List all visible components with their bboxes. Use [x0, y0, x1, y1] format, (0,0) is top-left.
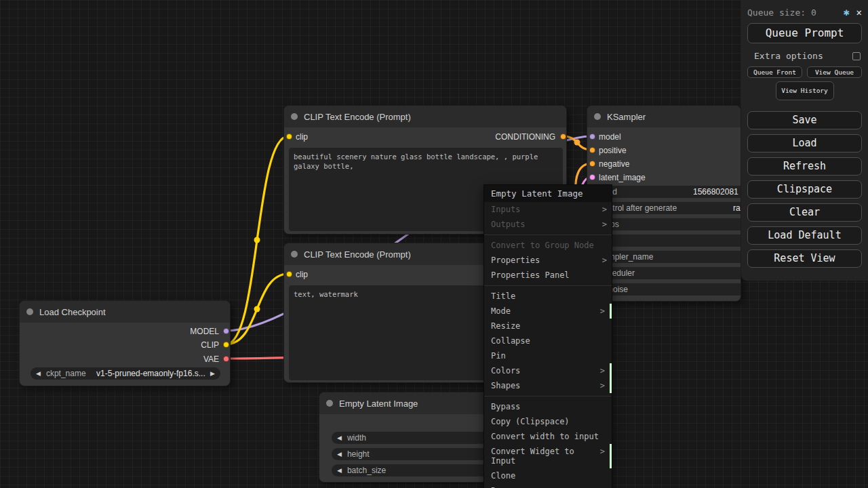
menu-item-properties[interactable]: Properties>	[484, 253, 612, 268]
submenu-arrow-icon: >	[602, 256, 607, 265]
menu-item-title[interactable]: Title	[484, 289, 612, 304]
output-slot-clip[interactable]	[223, 342, 229, 348]
prev-value-icon[interactable]: ◀	[337, 451, 342, 458]
menu-item-resize[interactable]: Resize	[484, 319, 612, 333]
node-header[interactable]: CLIP Text Encode (Prompt)	[284, 106, 566, 127]
submenu-arrow-icon: >	[602, 220, 607, 229]
menu-item-remove[interactable]: Remove	[484, 483, 612, 488]
widget-value: randomize	[733, 202, 741, 214]
output-label-model: MODEL	[190, 327, 219, 336]
load-default-button[interactable]: Load Default	[747, 226, 862, 245]
menu-item-shapes[interactable]: Shapes>	[484, 378, 612, 393]
queue-prompt-button[interactable]: Queue Prompt	[747, 23, 862, 43]
menu-item-collapse[interactable]: Collapse	[484, 333, 612, 348]
view-history-button[interactable]: View History	[776, 81, 834, 100]
collapse-dot-icon[interactable]	[326, 400, 333, 407]
widget-value: v1-5-pruned-emaonly-fp16.s...	[92, 369, 210, 378]
output-slot-model[interactable]	[223, 328, 229, 334]
node-load-checkpoint[interactable]: Load Checkpoint MODEL CLIP VAE ◀ ckpt_na…	[19, 300, 231, 386]
menu-item-pin[interactable]: Pin	[484, 348, 612, 363]
clipspace-button[interactable]: Clipspace	[747, 180, 862, 199]
node-title: Load Checkpoint	[39, 307, 106, 317]
output-slot-vae[interactable]	[223, 356, 229, 362]
denoise-widget[interactable]: denoise	[593, 283, 741, 296]
node-header[interactable]: KSampler	[587, 106, 741, 127]
wire-midpoint-dot	[574, 140, 580, 146]
input-label-clip: clip	[296, 132, 308, 142]
submenu-arrow-icon: >	[600, 306, 605, 316]
collapse-dot-icon[interactable]	[594, 113, 601, 120]
settings-gear-icon[interactable]: ✱	[844, 6, 850, 18]
menu-item-convert-to-group-node[interactable]: Convert to Group Node	[484, 238, 612, 253]
context-menu-title: Empty Latent Image	[484, 185, 612, 202]
control-after-generate-widget[interactable]: control after generate randomize	[593, 202, 741, 214]
input-slot-clip[interactable]	[286, 271, 292, 277]
menu-item-colors[interactable]: Colors>	[484, 363, 612, 378]
submenu-arrow-icon: >	[600, 366, 605, 375]
input-slot-clip[interactable]	[286, 134, 292, 140]
comfy-menu-panel: Queue size: 0 ✱ ✕ Queue Prompt Extra opt…	[741, 0, 868, 281]
menu-item-properties-panel[interactable]: Properties Panel	[484, 268, 612, 283]
input-label-latent-image: latent_image	[599, 173, 646, 182]
node-title: KSampler	[607, 112, 646, 122]
menu-item-copy-clipspace[interactable]: Copy (Clipspace)	[484, 414, 612, 429]
wire-midpoint-dot	[254, 306, 260, 312]
queue-size-label: Queue size: 0	[747, 7, 844, 18]
sampler-name-widget[interactable]: sampler_name	[593, 251, 741, 263]
wire-midpoint-dot	[254, 237, 260, 243]
output-label-conditioning: CONDITIONING	[495, 132, 555, 142]
menu-item-outputs[interactable]: Outputs>	[484, 217, 612, 232]
widget-label: batch_size	[347, 466, 386, 475]
widget-value: 1566802081	[693, 186, 738, 198]
submenu-arrow-icon: >	[600, 447, 605, 456]
input-slot-positive[interactable]	[589, 147, 595, 153]
input-label-positive: positive	[599, 146, 627, 155]
node-title: Empty Latent Image	[339, 399, 418, 409]
input-label-negative: negative	[599, 159, 629, 169]
next-value-icon[interactable]: ▶	[210, 370, 215, 377]
menu-separator	[484, 235, 612, 235]
node-context-menu: Empty Latent Image Inputs> Outputs> Conv…	[484, 184, 612, 488]
steps-widget[interactable]: steps	[593, 218, 741, 230]
extra-options-label: Extra options	[754, 51, 852, 61]
menu-item-convert-width-to-input[interactable]: Convert width to input	[484, 429, 612, 444]
input-slot-negative[interactable]	[589, 161, 595, 167]
node-title: CLIP Text Encode (Prompt)	[304, 249, 411, 260]
save-button[interactable]: Save	[747, 111, 862, 129]
menu-item-convert-widget-to-input[interactable]: Convert Widget to Input>	[484, 444, 612, 468]
menu-item-mode[interactable]: Mode>	[484, 304, 612, 319]
widget-label: height	[347, 449, 370, 459]
prev-value-icon[interactable]: ◀	[36, 370, 41, 377]
input-slot-model[interactable]	[589, 134, 595, 140]
input-label-model: model	[599, 132, 621, 142]
load-button[interactable]: Load	[747, 134, 862, 152]
output-label-clip: CLIP	[201, 340, 219, 350]
ckpt-name-widget[interactable]: ◀ ckpt_name v1-5-pruned-emaonly-fp16.s..…	[31, 367, 220, 380]
submenu-arrow-icon: >	[600, 381, 605, 390]
collapse-dot-icon[interactable]	[291, 251, 298, 258]
view-queue-button[interactable]: View Queue	[807, 66, 862, 78]
prev-value-icon[interactable]: ◀	[337, 467, 342, 474]
menu-item-inputs[interactable]: Inputs>	[484, 202, 612, 217]
collapse-dot-icon[interactable]	[26, 308, 33, 315]
prev-value-icon[interactable]: ◀	[337, 434, 342, 441]
cfg-widget[interactable]: cfg	[593, 235, 741, 247]
submenu-arrow-icon: >	[602, 205, 607, 214]
menu-item-bypass[interactable]: Bypass	[484, 399, 612, 414]
output-slot-conditioning[interactable]	[560, 134, 566, 140]
menu-item-clone[interactable]: Clone	[484, 468, 612, 483]
widget-label: width	[347, 433, 366, 443]
close-icon[interactable]: ✕	[856, 7, 862, 18]
seed-widget[interactable]: seed 1566802081	[593, 186, 741, 198]
scheduler-widget[interactable]: scheduler	[593, 267, 741, 279]
widget-label: ckpt_name	[46, 369, 86, 378]
clear-button[interactable]: Clear	[747, 203, 862, 222]
refresh-button[interactable]: Refresh	[747, 157, 862, 176]
reset-view-button[interactable]: Reset View	[747, 249, 862, 268]
collapse-dot-icon[interactable]	[291, 113, 298, 120]
node-header[interactable]: Load Checkpoint	[20, 301, 230, 323]
queue-front-button[interactable]: Queue Front	[747, 66, 802, 78]
node-title: CLIP Text Encode (Prompt)	[304, 112, 411, 122]
input-slot-latent-image[interactable]	[589, 174, 595, 180]
extra-options-checkbox[interactable]	[852, 52, 861, 60]
